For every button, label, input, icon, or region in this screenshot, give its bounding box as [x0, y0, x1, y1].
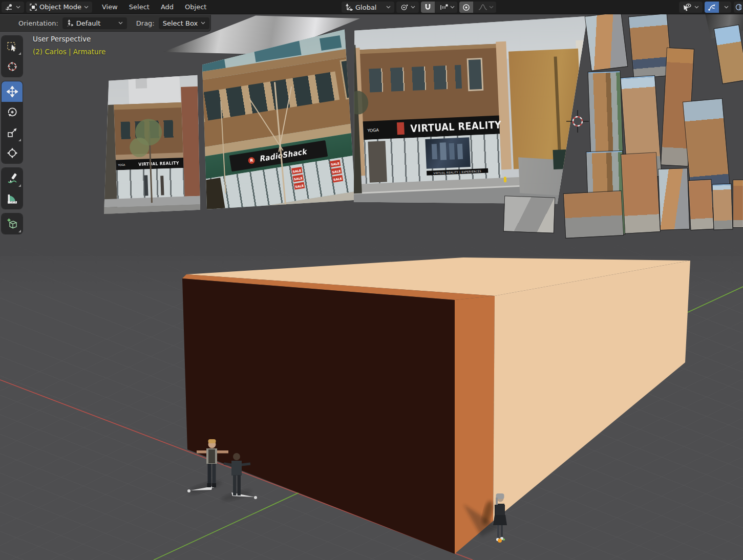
- proportional-editing-group: [459, 2, 496, 13]
- reference-image-thumb[interactable]: [689, 180, 714, 230]
- virtual-reality-sign-large: VIRTUAL REALITY: [410, 118, 502, 135]
- move-tool[interactable]: [2, 81, 23, 102]
- blender-window: YOGA VIRTUAL REALITY: [0, 0, 743, 560]
- mode-label: Object Mode: [39, 3, 81, 11]
- menu-view[interactable]: View: [96, 0, 123, 14]
- pivot-point-icon: [400, 4, 408, 11]
- orientation-default-dropdown[interactable]: Default: [62, 17, 127, 29]
- selectability-visibility-icon: [683, 4, 692, 11]
- falloff-curve-icon: [478, 4, 487, 11]
- transform-orientation-dropdown[interactable]: Global: [342, 2, 394, 13]
- movie-poster: [425, 137, 470, 169]
- snap-toggle[interactable]: [421, 2, 435, 13]
- snapping-group: [421, 2, 457, 13]
- header-bar: Object Mode View Select Add Object Globa…: [0, 0, 743, 14]
- reference-image-corner-building[interactable]: YOGA VIRTUAL REALITY VIRTUAL REALITY | E…: [353, 15, 588, 206]
- editor-type-dropdown[interactable]: [2, 2, 24, 13]
- object-mode-icon: [30, 4, 37, 11]
- reference-image-thumb[interactable]: [712, 184, 732, 229]
- menu-object[interactable]: Object: [179, 0, 212, 14]
- snap-target-dropdown[interactable]: [437, 2, 457, 13]
- drag-mode-dropdown[interactable]: Select Box: [159, 17, 209, 29]
- orientation-value: Global: [355, 4, 376, 11]
- gizmo-toggle[interactable]: [705, 2, 719, 13]
- 3d-cursor[interactable]: [566, 110, 589, 133]
- tool-settings-bar: Orientation: Default Drag: Select Box: [0, 15, 211, 32]
- proportional-editing-toggle[interactable]: [459, 2, 473, 13]
- cursor-tool[interactable]: [2, 56, 23, 77]
- reference-image-thumb[interactable]: [504, 196, 555, 232]
- proportional-editing-icon: [462, 4, 470, 11]
- orientation-default-value: Default: [76, 19, 101, 27]
- transform-tool[interactable]: [2, 143, 23, 163]
- fire-hydrant: [504, 177, 506, 182]
- add-cube-tool[interactable]: [2, 213, 23, 234]
- menu-add[interactable]: Add: [155, 0, 179, 14]
- reference-image-thumb[interactable]: [564, 191, 623, 238]
- gizmo-toggle-icon: [708, 4, 716, 11]
- select-box-tool[interactable]: [2, 36, 23, 56]
- visibility-dropdown[interactable]: [679, 2, 703, 13]
- gizmo-group: [705, 2, 731, 13]
- yoga-sign: YOGA: [367, 127, 379, 133]
- reference-image-thumb[interactable]: [585, 12, 627, 71]
- drag-mode-value: Select Box: [163, 19, 198, 27]
- reference-image-thumb[interactable]: [621, 153, 660, 233]
- reference-image-thumb[interactable]: [629, 14, 672, 78]
- snap-magnet-icon: [424, 4, 432, 11]
- yoga-sign: YOGA: [118, 163, 125, 166]
- object-origin-dot: [498, 539, 502, 543]
- mode-dropdown[interactable]: Object Mode: [26, 2, 92, 13]
- toolbar: [2, 36, 23, 239]
- overlays-toggle[interactable]: [734, 2, 743, 13]
- annotate-tool[interactable]: [2, 168, 23, 188]
- gizmo-dropdown[interactable]: [721, 2, 731, 13]
- pivot-point-dropdown[interactable]: [396, 2, 419, 13]
- reference-image-thumb[interactable]: [659, 168, 689, 230]
- virtual-reality-sign: VIRTUAL REALITY: [138, 160, 179, 167]
- menu-select[interactable]: Select: [123, 0, 155, 14]
- orientation-label: Orientation:: [18, 19, 58, 27]
- measure-tool[interactable]: [2, 188, 23, 209]
- scale-tool[interactable]: [2, 122, 23, 143]
- falloff-dropdown[interactable]: [476, 2, 496, 13]
- reference-image-left-building[interactable]: YOGA VIRTUAL REALITY: [104, 74, 200, 214]
- reference-image-thumb[interactable]: [733, 180, 743, 227]
- axis-widget-icon: [67, 19, 73, 27]
- drag-label: Drag:: [136, 19, 155, 27]
- radioshack-logo: R: [248, 157, 256, 164]
- editor-type-3d-viewport-icon: [5, 4, 13, 11]
- rotate-tool[interactable]: [2, 102, 23, 122]
- transform-orientation-icon: [345, 4, 353, 11]
- overlays-icon: [735, 4, 741, 11]
- snap-target-icon: [440, 4, 448, 11]
